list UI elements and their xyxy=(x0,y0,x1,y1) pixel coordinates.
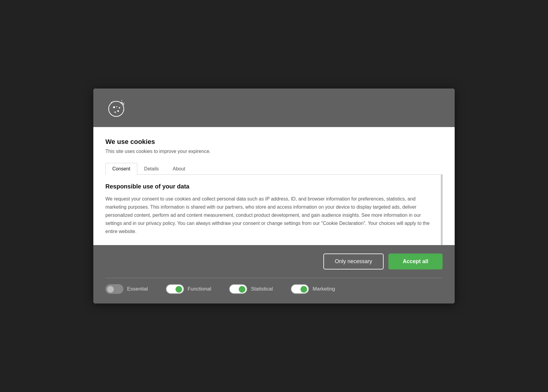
tab-consent[interactable]: Consent xyxy=(105,163,137,175)
footer-buttons: Only necessary Accept all xyxy=(105,254,443,278)
toggles-row: Essential Functional xyxy=(105,284,443,303)
svg-point-10 xyxy=(109,108,110,109)
svg-point-3 xyxy=(114,111,116,113)
toggle-item-functional: Functional xyxy=(166,284,211,294)
toggle-functional-label: Functional xyxy=(188,286,211,292)
toggle-statistical[interactable] xyxy=(229,284,247,294)
toggle-marketing-label: Marketing xyxy=(313,286,335,292)
svg-point-2 xyxy=(117,110,119,112)
cookie-dialog: We use cookies This site uses cookies to… xyxy=(93,89,455,304)
svg-point-1 xyxy=(113,106,115,108)
svg-point-7 xyxy=(109,104,110,105)
cookie-icon xyxy=(105,97,127,119)
svg-point-12 xyxy=(123,110,124,111)
tabs-container: Consent Details About xyxy=(105,163,443,175)
toggle-essential-label: Essential xyxy=(127,286,148,292)
content-heading: Responsible use of your data xyxy=(105,183,438,190)
content-panel: Responsible use of your data We request … xyxy=(105,175,443,245)
svg-point-5 xyxy=(116,106,117,107)
footer-separator xyxy=(105,278,443,278)
toggle-item-essential: Essential xyxy=(105,284,148,294)
accept-all-button[interactable]: Accept all xyxy=(388,254,443,269)
dialog-title: We use cookies xyxy=(105,138,443,146)
toggle-item-marketing: Marketing xyxy=(291,284,335,294)
dialog-header xyxy=(93,89,455,127)
only-necessary-button[interactable]: Only necessary xyxy=(323,254,384,269)
svg-point-4 xyxy=(119,107,120,108)
toggle-essential[interactable] xyxy=(105,284,123,294)
dialog-body: We use cookies This site uses cookies to… xyxy=(93,127,455,245)
content-body: We request your consent to use cookies a… xyxy=(105,195,438,236)
svg-point-11 xyxy=(113,101,113,101)
tab-about[interactable]: About xyxy=(166,163,192,175)
tab-details[interactable]: Details xyxy=(137,163,166,175)
toggle-marketing[interactable] xyxy=(291,284,309,294)
dialog-footer: Only necessary Accept all Essential xyxy=(93,245,455,303)
toggle-functional[interactable] xyxy=(166,284,184,294)
toggle-item-statistical: Statistical xyxy=(229,284,273,294)
svg-point-9 xyxy=(124,102,125,103)
svg-point-8 xyxy=(121,100,122,101)
toggle-statistical-label: Statistical xyxy=(251,286,273,292)
svg-point-6 xyxy=(111,102,112,103)
dialog-subtitle: This site uses cookies to improve your e… xyxy=(105,149,443,154)
svg-point-0 xyxy=(109,101,124,116)
